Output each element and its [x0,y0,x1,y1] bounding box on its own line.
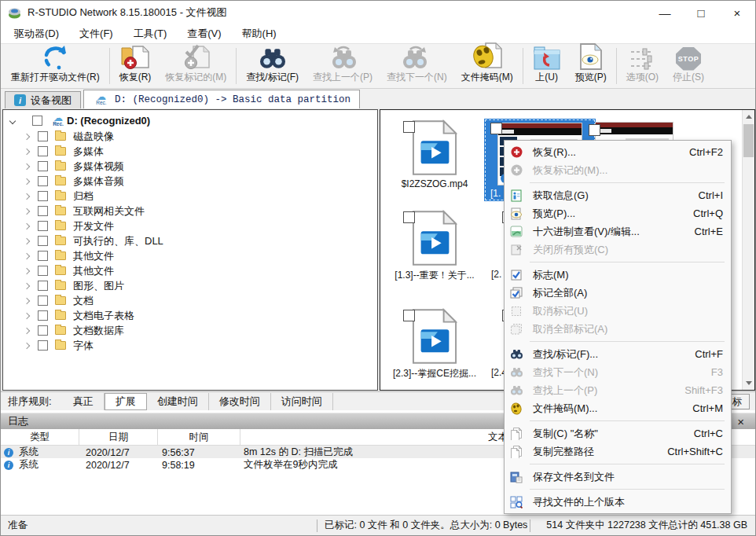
tab-partition-view[interactable]: ☁Rec. D: (Recognized0) -> Basic data par… [83,90,360,108]
sort-tab-modified[interactable]: 修改时间 [209,393,271,410]
chevron-down-icon[interactable] [9,117,16,123]
menu-tools[interactable]: 工具(T) [123,25,178,42]
close-button[interactable]: × [719,1,755,24]
checkbox[interactable] [38,251,48,261]
scroll-up-button[interactable] [743,110,754,123]
chevron-right-icon[interactable] [24,327,30,333]
up-button[interactable]: 上(U) [526,44,568,88]
checkbox[interactable] [38,296,48,306]
menu-item-save-filenames[interactable]: 保存文件名到文件 [505,468,731,486]
menu-item-recover[interactable]: 恢复(R)...Ctrl+F2 [505,143,731,161]
menu-item-copy-name[interactable]: 复制(C) "名称"Ctrl+C [505,424,731,442]
menu-view[interactable]: 查看(V) [177,25,231,42]
find-mark-button[interactable]: 查找/标记(F) [239,44,306,88]
menu-item-hex-view[interactable]: 十六进制查看(V)/编辑...Ctrl+E [505,222,731,240]
up-folder-icon [533,45,561,71]
close-icon[interactable]: × [737,416,744,428]
chevron-right-icon[interactable] [24,267,30,274]
checkbox[interactable] [38,266,48,276]
maximize-button[interactable]: □ [683,1,719,24]
scrollbar-thumb[interactable] [743,124,754,157]
tree-item[interactable]: 图形、图片 [3,278,377,293]
cloud-rec-icon: ☁Rec. [50,115,67,127]
file-item[interactable]: [2.3]--掌握CE挖掘... [386,307,483,380]
checkbox[interactable] [38,221,48,231]
chevron-right-icon[interactable] [24,193,30,199]
menu-item-find-mark[interactable]: 查找/标记(F)...Ctrl+F [505,345,731,363]
menu-help[interactable]: 帮助(H) [232,25,287,42]
checkbox[interactable] [38,176,48,186]
tree-root[interactable]: ☁Rec. D: (Recognized0) [3,112,377,129]
menu-item-get-info[interactable]: 获取信息(G)Ctrl+I [505,186,731,204]
sort-tab-created[interactable]: 创建时间 [147,393,209,410]
menu-drive[interactable]: 驱动器(D) [4,25,69,42]
minimize-button[interactable]: — [647,1,683,24]
chevron-right-icon[interactable] [24,297,30,303]
log-col-time[interactable]: 时间 [158,429,240,446]
tree-item[interactable]: 开发文件 [3,218,377,233]
checkbox[interactable] [32,116,42,126]
recover-button[interactable]: 恢复(R) [112,44,159,88]
checkbox[interactable] [38,131,48,141]
menu-item-find-previous-versions[interactable]: 寻找文件的上个版本 [505,493,731,511]
sort-tab-real[interactable]: 真正 [63,393,105,410]
tree-item[interactable]: 其他文件 [3,263,377,278]
chevron-right-icon[interactable] [24,148,30,154]
chevron-right-icon[interactable] [24,282,30,288]
chevron-right-icon[interactable] [24,178,30,184]
tree-item[interactable]: 磁盘映像 [3,129,377,144]
tree-item[interactable]: 文档电子表格 [3,308,377,323]
tree-item[interactable]: 多媒体 [3,144,377,159]
tree-item[interactable]: 字体 [3,338,377,353]
vertical-scrollbar[interactable] [742,110,754,390]
checkbox[interactable] [38,340,48,351]
preview-button[interactable]: 预览(P) [568,44,614,88]
checkbox[interactable] [38,236,48,246]
tree-item[interactable]: 可执行的、库、DLL [3,233,377,248]
checkbox[interactable] [403,310,415,321]
checkbox[interactable] [38,206,48,216]
tree-item[interactable]: 文档 [3,293,377,308]
checkbox[interactable] [38,191,48,201]
chevron-right-icon[interactable] [24,237,30,244]
menu-item-mark[interactable]: 标志(M) [505,266,731,284]
scroll-down-button[interactable] [743,376,754,390]
tree-item[interactable]: 多媒体视频 [3,159,377,174]
checkbox[interactable] [589,124,600,136]
log-col-date[interactable]: 日期 [79,429,158,446]
menu-item-file-mask[interactable]: 文件掩码(M)...Ctrl+M [505,399,731,417]
menu-item-mark-all[interactable]: 标记全部(A) [505,284,731,302]
chevron-right-icon[interactable] [24,133,30,139]
checkbox[interactable] [403,121,415,133]
tree-item[interactable]: 其他文件 [3,248,377,263]
tree-item[interactable]: 互联网相关文件 [3,204,377,218]
tree-item[interactable]: 多媒体音频 [3,174,377,189]
chevron-right-icon[interactable] [24,342,30,348]
file-item[interactable]: $I2ZSZOG.mp4 [386,118,483,189]
file-item[interactable]: [1.3]--重要！关于... [386,208,483,282]
tree-item[interactable]: 归档 [3,189,377,204]
chevron-right-icon[interactable] [24,207,30,214]
sort-tab-accessed[interactable]: 访问时间 [271,393,333,410]
menu-item-copy-full-path[interactable]: 复制完整路径Ctrl+Shift+C [505,442,731,461]
checkbox[interactable] [403,211,415,223]
chevron-right-icon[interactable] [24,163,30,169]
checkbox[interactable] [38,146,48,156]
tree-item[interactable]: 文档数据库 [3,323,377,338]
chevron-right-icon[interactable] [24,252,30,259]
log-col-type[interactable]: 类型 [1,429,79,446]
chevron-right-icon[interactable] [24,222,30,229]
reopen-drive-button[interactable]: 重新打开驱动文件(R) [4,44,107,88]
sort-tab-extension[interactable]: 扩展 [105,393,147,410]
tab-device-view[interactable]: 设备视图 [5,91,81,108]
checkbox[interactable] [490,123,502,134]
app-window: R-STUDIO Network 8.15.180015 - 文件视图 — □ … [0,0,756,536]
file-mask-button[interactable]: 文件掩码(M) [454,44,520,88]
menu-file[interactable]: 文件(F) [69,25,123,42]
menu-item-preview[interactable]: 预览(P)...Ctrl+Q [505,204,731,222]
checkbox[interactable] [38,281,48,291]
checkbox[interactable] [38,325,48,336]
chevron-right-icon[interactable] [24,312,30,318]
checkbox[interactable] [38,310,48,321]
checkbox[interactable] [38,161,48,171]
